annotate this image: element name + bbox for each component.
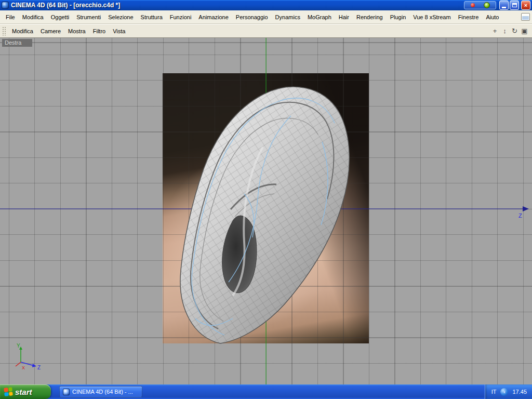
gizmo-y-label: Y <box>17 343 20 349</box>
start-label: start <box>15 388 32 396</box>
cinema4d-task-icon <box>63 389 70 395</box>
vp-menu-mostra[interactable]: Mostra <box>64 26 89 36</box>
restore-button[interactable] <box>510 1 519 10</box>
gizmo-x-label: X <box>22 365 25 370</box>
scene-overlay: Z <box>0 38 532 384</box>
window-title: CINEMA 4D (64 Bit) - [orecchio.c4d *] <box>11 2 120 9</box>
menu-oggetti[interactable]: Oggetti <box>47 12 73 22</box>
nvidia-icon <box>484 2 490 8</box>
vp-menu-filtro[interactable]: Filtro <box>89 26 109 36</box>
cinema4d-app-icon[interactable] <box>2 2 9 9</box>
minimize-icon <box>502 7 506 8</box>
gizmo-z-label: Z <box>37 365 41 370</box>
pan-view-icon[interactable]: + <box>490 26 499 35</box>
tray-status-icon[interactable]: ‹ <box>500 388 508 396</box>
menu-aiuto[interactable]: Aiuto <box>482 12 502 22</box>
clock[interactable]: 17.45 <box>512 389 527 395</box>
menu-dynamics[interactable]: Dynamics <box>272 12 304 22</box>
menu-mograph[interactable]: MoGraph <box>304 12 335 22</box>
toolbar-grip[interactable] <box>2 26 6 36</box>
menu-personaggio[interactable]: Personaggio <box>232 12 272 22</box>
ear-mesh <box>180 87 349 343</box>
layout-icon[interactable] <box>521 13 530 21</box>
taskbar-item-cinema4d[interactable]: CINEMA 4D (64 Bit) - ... <box>59 386 142 397</box>
start-button[interactable]: start <box>0 384 51 399</box>
menu-struttura[interactable]: Struttura <box>137 12 166 22</box>
axis-gizmo: Y Z X <box>16 343 41 370</box>
language-indicator[interactable]: IT <box>491 389 497 395</box>
menu-hair[interactable]: Hair <box>335 12 353 22</box>
menu-animazione[interactable]: Animazione <box>195 12 232 22</box>
menu-finestre[interactable]: Finestre <box>455 12 483 22</box>
menu-rendering[interactable]: Rendering <box>353 12 387 22</box>
viewport-menu-bar: Modifica Camere Mostra Filtro Vista + ↕ … <box>0 24 532 38</box>
vp-menu-camere[interactable]: Camere <box>37 26 64 36</box>
menu-file[interactable]: File <box>2 12 19 22</box>
taskbar-item-label: CINEMA 4D (64 Bit) - ... <box>72 389 133 395</box>
windows-logo-icon <box>4 387 13 396</box>
vp-menu-vista[interactable]: Vista <box>109 26 129 36</box>
toggle-view-icon[interactable]: ▣ <box>520 26 529 35</box>
viewport[interactable]: Z <box>0 38 532 384</box>
record-dot-icon <box>471 3 475 7</box>
title-bar[interactable]: CINEMA 4D (64 Bit) - [orecchio.c4d *] × <box>0 0 532 10</box>
rotate-view-icon[interactable]: ↻ <box>510 26 519 35</box>
close-button[interactable]: × <box>521 1 530 10</box>
zoom-view-icon[interactable]: ↕ <box>500 26 509 35</box>
vp-menu-modifica[interactable]: Modifica <box>8 26 37 36</box>
main-menu-bar: File Modifica Oggetti Strumenti Selezion… <box>0 10 532 24</box>
camera-label[interactable]: Destra <box>2 39 32 47</box>
nvidia-tray-widget[interactable] <box>464 1 496 9</box>
menu-funzioni[interactable]: Funzioni <box>166 12 195 22</box>
minimize-button[interactable] <box>499 1 509 10</box>
menu-modifica[interactable]: Modifica <box>19 12 47 22</box>
close-icon: × <box>524 2 527 9</box>
taskbar: start CINEMA 4D (64 Bit) - ... IT ‹ 17.4… <box>0 384 532 399</box>
menu-plugin[interactable]: Plugin <box>387 12 410 22</box>
restore-icon <box>512 3 517 7</box>
menu-vue8xstream[interactable]: Vue 8 xStream <box>409 12 454 22</box>
menu-strumenti[interactable]: Strumenti <box>73 12 104 22</box>
z-axis-label: Z <box>518 212 522 219</box>
menu-selezione[interactable]: Selezione <box>104 12 137 22</box>
system-tray: IT ‹ 17.45 <box>485 384 532 399</box>
